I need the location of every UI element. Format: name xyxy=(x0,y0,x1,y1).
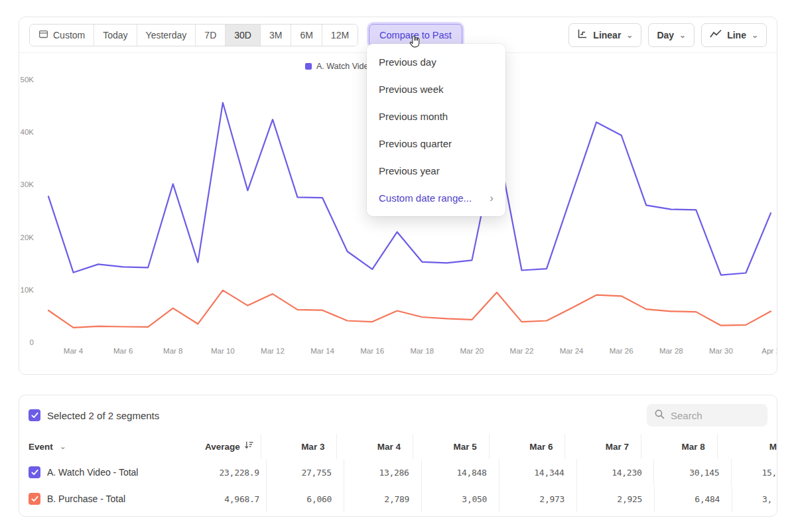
cell-value: 6,484 xyxy=(695,494,720,504)
interval-dropdown-button[interactable]: Day ⌄ xyxy=(648,23,695,47)
x-axis-label: Mar 14 xyxy=(310,347,334,355)
checkmark-icon xyxy=(31,469,38,476)
search-icon xyxy=(654,409,665,423)
date-range-label: 6M xyxy=(300,30,312,40)
date-range-12m[interactable]: 12M xyxy=(322,25,358,46)
date-column-header: Mar 4 xyxy=(336,434,413,459)
menu-item-previous-week[interactable]: Previous week xyxy=(367,76,505,103)
date-range-label: 30D xyxy=(234,30,251,40)
chevron-down-icon: ⌄ xyxy=(752,31,758,39)
y-axis-label: 30K xyxy=(21,180,34,188)
search-input[interactable] xyxy=(671,410,760,421)
cell-value: 3,050 xyxy=(462,494,487,504)
segment-label[interactable]: A. Watch Video - Total xyxy=(47,467,138,478)
scale-label: Linear xyxy=(593,30,621,40)
segment-checkbox[interactable] xyxy=(29,466,40,478)
average-value: 4,968.7 xyxy=(224,494,259,504)
x-axis-label: Mar 10 xyxy=(211,347,235,355)
date-range-30d[interactable]: 30D xyxy=(225,25,260,46)
x-axis-label: Mar 20 xyxy=(460,347,484,355)
x-axis-label: Mar 22 xyxy=(510,347,534,355)
cell-value: 2,973 xyxy=(539,494,564,504)
x-axis-label: Mar 16 xyxy=(360,347,384,355)
cell-value: 27,755 xyxy=(302,468,332,478)
y-axis-label: 40K xyxy=(21,128,34,136)
y-axis-label: 0 xyxy=(30,338,34,346)
cell-value: 14,230 xyxy=(612,468,641,478)
line-chart-icon xyxy=(710,29,722,40)
menu-item-previous-quarter[interactable]: Previous quarter xyxy=(367,130,505,157)
compare-to-past-menu: Previous dayPrevious weekPrevious monthP… xyxy=(367,44,505,216)
select-all-checkbox[interactable] xyxy=(29,409,40,421)
x-axis-label: Apr 1 xyxy=(762,347,777,355)
x-axis-label: Mar 12 xyxy=(261,347,285,355)
date-range-label: Yesterday xyxy=(146,30,187,40)
interval-label: Day xyxy=(657,30,674,40)
date-range-today[interactable]: Today xyxy=(94,25,136,46)
date-column-header: Mar 7 xyxy=(564,434,641,459)
cell-value: 6,060 xyxy=(306,494,332,504)
chart-type-label: Line xyxy=(727,30,746,40)
segments-header: Selected 2 of 2 segments xyxy=(19,395,777,434)
average-column-header[interactable]: Average xyxy=(181,434,260,459)
x-axis-label: Mar 8 xyxy=(163,347,182,355)
date-range-custom[interactable]: Custom xyxy=(30,25,94,46)
y-axis-label: 20K xyxy=(21,233,34,241)
x-axis-label: Mar 4 xyxy=(64,347,84,355)
clipped-cell-value: 3, xyxy=(762,494,772,504)
table-row: A. Watch Video - Total23,228.927,75513,2… xyxy=(19,459,777,486)
chart-display-controls: Linear ⌄ Day ⌄ Line ⌄ xyxy=(568,23,767,47)
event-header-label: Event xyxy=(29,442,53,452)
selected-segments-text: Selected 2 of 2 segments xyxy=(47,410,159,421)
y-axis-label: 50K xyxy=(21,76,34,84)
compare-to-past-button[interactable]: Compare to Past xyxy=(369,24,462,46)
menu-item-custom-date-range[interactable]: Custom date range...› xyxy=(367,184,505,212)
date-column-header: Mar 8 xyxy=(641,434,717,459)
segments-table: Event⌄AverageMar 3Mar 4Mar 5Mar 6Mar 7Ma… xyxy=(19,434,777,512)
cell-value: 14,344 xyxy=(534,468,564,478)
menu-item-previous-month[interactable]: Previous month xyxy=(367,103,505,130)
custom-date-range-label: Custom date range... xyxy=(379,192,472,204)
y-axis-label: 10K xyxy=(21,286,34,294)
x-axis-label: Mar 6 xyxy=(113,347,133,355)
event-column-header[interactable]: Event⌄ xyxy=(19,434,181,459)
date-range-7d[interactable]: 7D xyxy=(195,25,225,46)
x-axis-label: Mar 30 xyxy=(709,347,733,355)
series-line-b-purchase-total[interactable] xyxy=(48,291,771,328)
date-range-label: Today xyxy=(103,30,127,40)
x-axis-label: Mar 26 xyxy=(610,347,633,355)
x-axis-label: Mar 18 xyxy=(410,347,434,355)
date-range-yesterday[interactable]: Yesterday xyxy=(137,25,196,46)
average-header-label: Average xyxy=(205,442,240,452)
date-range-label: Custom xyxy=(53,30,85,40)
chevron-down-icon: ⌄ xyxy=(679,31,686,39)
menu-item-previous-year[interactable]: Previous year xyxy=(367,157,505,184)
chevron-right-icon: › xyxy=(490,192,494,204)
menu-item-previous-day[interactable]: Previous day xyxy=(367,48,505,76)
date-column-header: Mar 5 xyxy=(413,434,489,459)
segment-checkbox[interactable] xyxy=(29,493,40,505)
chevron-down-icon: ⌄ xyxy=(60,442,66,450)
table-row: B. Purchase - Total4,968.76,0602,7893,05… xyxy=(19,486,777,512)
clipped-cell-value: 15, xyxy=(762,468,777,478)
cell-value: 2,789 xyxy=(384,494,409,504)
chart-type-dropdown-button[interactable]: Line ⌄ xyxy=(701,23,767,47)
table-header-row: Event⌄AverageMar 3Mar 4Mar 5Mar 6Mar 7Ma… xyxy=(19,434,777,459)
date-range-picker: CustomTodayYesterday7D30D3M6M12M xyxy=(29,24,358,46)
date-range-6m[interactable]: 6M xyxy=(291,25,321,46)
checkmark-icon xyxy=(31,496,38,502)
average-value: 23,228.9 xyxy=(220,468,259,478)
x-axis-label: Mar 24 xyxy=(560,347,584,355)
search-box[interactable] xyxy=(647,404,767,427)
segment-label[interactable]: B. Purchase - Total xyxy=(47,494,125,504)
cell-value: 14,848 xyxy=(456,468,486,478)
cell-value: 2,925 xyxy=(617,494,642,504)
date-range-label: 12M xyxy=(331,30,349,40)
date-range-label: 7D xyxy=(204,30,216,40)
x-axis-label: Mar 28 xyxy=(659,347,683,355)
scale-dropdown-button[interactable]: Linear ⌄ xyxy=(568,23,641,47)
cell-value: 13,286 xyxy=(379,468,409,478)
clipped-column-header: M xyxy=(717,434,777,459)
date-range-3m[interactable]: 3M xyxy=(260,25,291,46)
sort-descending-icon[interactable] xyxy=(244,440,254,452)
